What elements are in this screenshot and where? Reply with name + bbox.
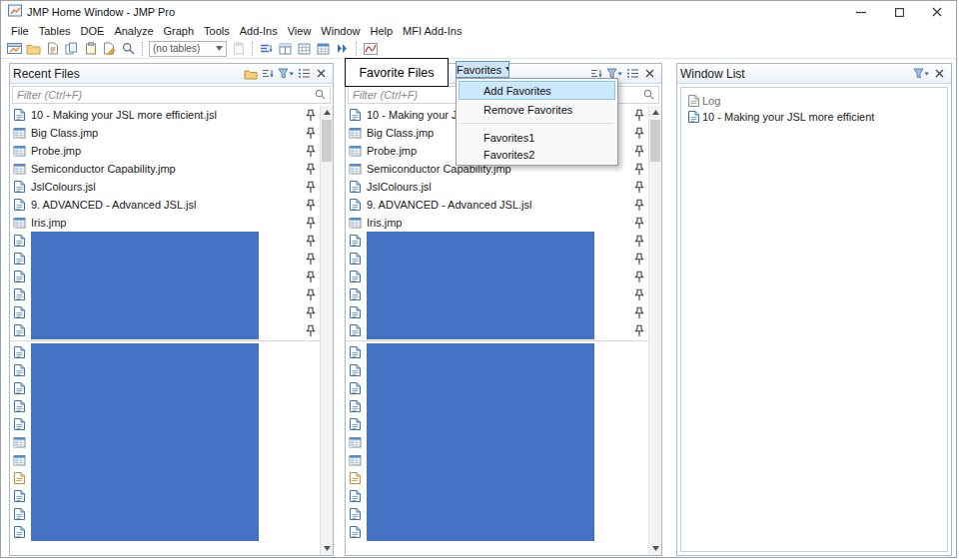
file-row[interactable]: JslColours.jsl	[10, 178, 320, 196]
menu-view[interactable]: View	[283, 25, 317, 37]
file-row[interactable]	[10, 379, 320, 397]
pin-icon[interactable]	[632, 199, 646, 212]
file-row[interactable]	[10, 505, 320, 523]
sort-icon[interactable]	[259, 66, 276, 82]
file-row[interactable]	[10, 469, 320, 487]
pin-icon[interactable]	[632, 235, 646, 248]
pin-icon[interactable]	[304, 127, 318, 140]
menu-item-remove-favorites[interactable]: Remove Favorites	[459, 100, 615, 119]
pin-icon[interactable]	[304, 271, 318, 283]
home-window-icon[interactable]	[5, 40, 24, 58]
pin-icon[interactable]	[304, 145, 318, 158]
pin-icon[interactable]	[632, 163, 646, 176]
file-row[interactable]	[10, 415, 320, 433]
pin-icon[interactable]	[632, 217, 646, 230]
scrollbar[interactable]	[648, 106, 661, 555]
scrollbar-thumb[interactable]	[322, 120, 332, 162]
maximize-button[interactable]	[880, 1, 918, 23]
file-row[interactable]	[10, 361, 320, 379]
menu-mfi-add-ins[interactable]: MFI Add-Ins	[398, 25, 467, 37]
pin-icon[interactable]	[632, 306, 646, 319]
menu-item-add-favorites[interactable]: Add Favorites	[459, 81, 615, 100]
menu-graph[interactable]: Graph	[159, 25, 200, 37]
pin-icon[interactable]	[632, 271, 646, 283]
file-row[interactable]	[10, 232, 320, 250]
pin-icon[interactable]	[304, 253, 318, 266]
scroll-up-icon[interactable]	[321, 106, 333, 119]
filter-input[interactable]	[17, 89, 315, 101]
file-row[interactable]	[346, 379, 648, 397]
menu-item-favorites2[interactable]: Favorites2	[459, 146, 615, 163]
menu-doe[interactable]: DOE	[76, 25, 110, 37]
pin-icon[interactable]	[304, 288, 318, 301]
file-row[interactable]	[10, 250, 320, 268]
file-row[interactable]	[10, 303, 320, 321]
view-list-icon[interactable]	[624, 66, 641, 82]
view-list-icon[interactable]	[296, 66, 313, 82]
file-row[interactable]	[346, 250, 648, 268]
pin-icon[interactable]	[632, 109, 646, 122]
file-row[interactable]	[10, 268, 320, 285]
menu-tools[interactable]: Tools	[199, 25, 235, 37]
scrollbar[interactable]	[320, 106, 333, 555]
pin-icon[interactable]	[632, 127, 646, 140]
new-journal-icon[interactable]	[43, 40, 62, 58]
file-row[interactable]	[10, 343, 320, 361]
file-row[interactable]	[10, 451, 320, 469]
file-row[interactable]: Iris.jmp	[346, 214, 648, 232]
pin-icon[interactable]	[304, 235, 318, 248]
graph-builder-icon[interactable]	[361, 40, 380, 58]
file-row[interactable]	[346, 303, 648, 321]
edit-script-icon[interactable]	[100, 40, 119, 58]
pin-icon[interactable]	[304, 324, 318, 337]
pin-icon[interactable]	[304, 181, 318, 194]
pin-icon[interactable]	[304, 163, 318, 176]
file-row[interactable]: Semiconductor Capability.jmp	[10, 160, 320, 178]
file-row[interactable]	[10, 487, 320, 505]
file-row[interactable]	[346, 415, 648, 433]
file-row[interactable]	[346, 397, 648, 415]
menu-window[interactable]: Window	[316, 25, 365, 37]
data-table-icon[interactable]	[314, 40, 333, 58]
pin-icon[interactable]	[632, 324, 646, 337]
file-row[interactable]	[346, 433, 648, 451]
new-folder-icon[interactable]	[242, 66, 259, 82]
layout-icon[interactable]	[276, 40, 295, 58]
pin-icon[interactable]	[304, 306, 318, 319]
file-row[interactable]	[346, 451, 648, 469]
file-row[interactable]	[346, 343, 648, 361]
clipboard-icon[interactable]	[81, 40, 100, 58]
file-row[interactable]	[10, 433, 320, 451]
file-row[interactable]	[346, 285, 648, 303]
file-row[interactable]	[346, 505, 648, 523]
file-row[interactable]	[10, 397, 320, 415]
menu-add-ins[interactable]: Add-Ins	[235, 25, 283, 37]
close-panel-icon[interactable]	[641, 66, 658, 82]
file-row[interactable]	[346, 361, 648, 379]
close-button[interactable]	[918, 1, 956, 23]
file-row[interactable]: 9. ADVANCED - Advanced JSL.jsl	[10, 196, 320, 214]
menu-tables[interactable]: Tables	[34, 25, 76, 37]
minimize-button[interactable]	[842, 1, 880, 23]
file-row[interactable]	[346, 232, 648, 250]
scroll-down-icon[interactable]	[321, 542, 333, 555]
close-panel-icon[interactable]	[313, 66, 330, 82]
copy-icon[interactable]	[62, 40, 81, 58]
file-row[interactable]: Probe.jmp	[10, 142, 320, 160]
file-row[interactable]	[346, 469, 648, 487]
close-panel-icon[interactable]	[931, 66, 948, 82]
file-row[interactable]: 9. ADVANCED - Advanced JSL.jsl	[346, 196, 648, 214]
file-row[interactable]	[10, 321, 320, 339]
search-icon[interactable]	[119, 40, 138, 58]
pin-icon[interactable]	[632, 145, 646, 158]
pin-icon[interactable]	[304, 217, 318, 230]
menu-item-favorites1[interactable]: Favorites1	[459, 129, 615, 146]
file-row[interactable]	[346, 523, 648, 541]
file-row[interactable]: JslColours.jsl	[346, 178, 648, 196]
pin-icon[interactable]	[304, 199, 318, 212]
grid-view-icon[interactable]	[295, 40, 314, 58]
file-row[interactable]	[10, 285, 320, 303]
scroll-up-icon[interactable]	[649, 106, 661, 119]
pin-icon[interactable]	[632, 288, 646, 301]
scroll-down-icon[interactable]	[649, 542, 661, 555]
